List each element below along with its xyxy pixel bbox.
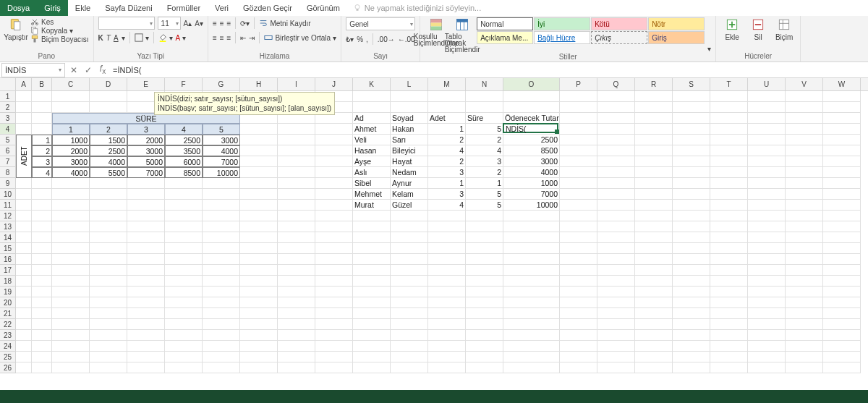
cell-I23[interactable]: [278, 330, 315, 341]
cell-G5[interactable]: 3000: [203, 135, 240, 145]
cell-E23[interactable]: [127, 330, 165, 341]
cell-H23[interactable]: [240, 330, 278, 341]
cell-D13[interactable]: [90, 221, 127, 232]
cell-O26[interactable]: [503, 362, 560, 373]
cell-H20[interactable]: [240, 297, 278, 308]
cell-I8[interactable]: [278, 167, 315, 178]
col-header-S[interactable]: S: [673, 78, 710, 90]
cell-L12[interactable]: [391, 211, 428, 221]
cell-N14[interactable]: [466, 232, 503, 243]
cell-E5[interactable]: 2000: [127, 135, 165, 145]
cell-G11[interactable]: [203, 200, 240, 211]
cell-M11[interactable]: 4: [428, 200, 466, 211]
row-header-21[interactable]: 21: [0, 308, 16, 319]
fill-handle[interactable]: [555, 130, 559, 134]
cell-N21[interactable]: [466, 308, 503, 319]
cell-I25[interactable]: [278, 352, 315, 362]
cell-R24[interactable]: [635, 341, 673, 352]
cell-F25[interactable]: [165, 352, 203, 362]
align-middle-button[interactable]: ≡: [220, 20, 224, 27]
cell-D11[interactable]: [90, 200, 127, 211]
cell-N13[interactable]: [466, 221, 503, 232]
cell-Q3[interactable]: [597, 113, 635, 124]
cell-I5[interactable]: [278, 135, 315, 145]
cell-U22[interactable]: [748, 319, 786, 330]
fill-color-button[interactable]: ▾: [158, 33, 173, 42]
cell-N8[interactable]: 2: [466, 167, 503, 178]
cell-L3[interactable]: Soyad: [391, 113, 428, 124]
cell-P2[interactable]: [560, 102, 597, 113]
cell-W21[interactable]: [823, 308, 861, 319]
row-header-20[interactable]: 20: [0, 297, 16, 308]
cell-K10[interactable]: Mehmet: [353, 189, 391, 200]
style-normal[interactable]: Normal: [477, 17, 533, 30]
cell-B11[interactable]: [32, 200, 52, 211]
cell-M16[interactable]: [428, 254, 466, 265]
cell-R11[interactable]: [635, 200, 673, 211]
cell-N24[interactable]: [466, 341, 503, 352]
cell-K2[interactable]: [353, 102, 391, 113]
cell-T1[interactable]: [710, 91, 748, 102]
cell-B13[interactable]: [32, 221, 52, 232]
cell-C11[interactable]: [52, 200, 90, 211]
cell-V25[interactable]: [786, 352, 823, 362]
cell-S10[interactable]: [673, 189, 710, 200]
cell-D12[interactable]: [90, 211, 127, 221]
cell-M26[interactable]: [428, 362, 466, 373]
cell-P17[interactable]: [560, 265, 597, 276]
cell-O25[interactable]: [503, 352, 560, 362]
cell-Q20[interactable]: [597, 297, 635, 308]
cell-F4[interactable]: 4: [165, 124, 203, 135]
cell-A2[interactable]: [16, 102, 32, 113]
cell-A10[interactable]: [16, 189, 32, 200]
cell-K18[interactable]: [353, 276, 391, 287]
cell-O2[interactable]: [503, 102, 560, 113]
currency-button[interactable]: ₺▾: [346, 35, 354, 43]
cell-G13[interactable]: [203, 221, 240, 232]
cell-W24[interactable]: [823, 341, 861, 352]
cell-P11[interactable]: [560, 200, 597, 211]
cell-K24[interactable]: [353, 341, 391, 352]
increase-decimal-button[interactable]: .00→: [378, 35, 395, 43]
cell-U20[interactable]: [748, 297, 786, 308]
underline-button[interactable]: A: [114, 34, 119, 42]
cell-U7[interactable]: [748, 156, 786, 167]
cell-L24[interactable]: [391, 341, 428, 352]
cell-P13[interactable]: [560, 221, 597, 232]
cell-K15[interactable]: [353, 243, 391, 254]
cell-Q21[interactable]: [597, 308, 635, 319]
cell-E22[interactable]: [127, 319, 165, 330]
cell-J7[interactable]: [315, 156, 353, 167]
col-header-V[interactable]: V: [786, 78, 823, 90]
cell-L5[interactable]: Sarı: [391, 135, 428, 145]
cell-V20[interactable]: [786, 297, 823, 308]
cell-W17[interactable]: [823, 265, 861, 276]
cell-V2[interactable]: [786, 102, 823, 113]
cell-P3[interactable]: [560, 113, 597, 124]
cell-H10[interactable]: [240, 189, 278, 200]
cell-J8[interactable]: [315, 167, 353, 178]
row-header-10[interactable]: 10: [0, 189, 16, 200]
cell-J26[interactable]: [315, 362, 353, 373]
cell-L4[interactable]: Hakan: [391, 124, 428, 135]
cell-G17[interactable]: [203, 265, 240, 276]
cell-T15[interactable]: [710, 243, 748, 254]
cell-F6[interactable]: 3500: [165, 145, 203, 156]
cell-U15[interactable]: [748, 243, 786, 254]
cell-K5[interactable]: Veli: [353, 135, 391, 145]
cell-F8[interactable]: 8500: [165, 167, 203, 178]
cell-J23[interactable]: [315, 330, 353, 341]
col-header-H[interactable]: H: [240, 78, 278, 90]
insert-function-button[interactable]: fx: [95, 64, 110, 75]
cell-A26[interactable]: [16, 362, 32, 373]
cell-K23[interactable]: [353, 330, 391, 341]
cell-M3[interactable]: Adet: [428, 113, 466, 124]
cell-T2[interactable]: [710, 102, 748, 113]
cell-B2[interactable]: [32, 102, 52, 113]
cell-K20[interactable]: [353, 297, 391, 308]
cell-V17[interactable]: [786, 265, 823, 276]
cell-A13[interactable]: [16, 221, 32, 232]
enter-formula-button[interactable]: ✓: [81, 65, 95, 75]
cell-O23[interactable]: [503, 330, 560, 341]
cell-P12[interactable]: [560, 211, 597, 221]
